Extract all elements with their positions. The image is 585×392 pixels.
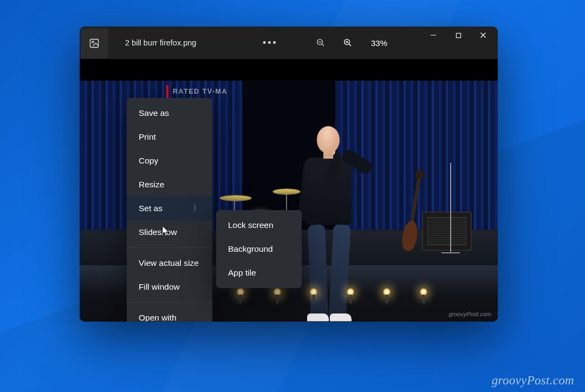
- maximize-button[interactable]: [446, 27, 471, 44]
- chevron-right-icon: 〉: [193, 204, 200, 213]
- zoom-out-button[interactable]: [315, 37, 327, 49]
- svg-line-3: [322, 44, 324, 46]
- file-name: 2 bill burr firefox.png: [125, 38, 196, 47]
- menu-item-view-actual-size[interactable]: View actual size: [127, 251, 212, 275]
- svg-line-6: [349, 44, 351, 46]
- zoom-level[interactable]: 33%: [371, 38, 387, 48]
- svg-point-1: [92, 41, 94, 43]
- menu-item-print[interactable]: Print: [127, 125, 212, 149]
- svg-rect-0: [90, 40, 99, 48]
- minimize-button[interactable]: [421, 27, 446, 44]
- context-menu: Save as Print Copy Resize Set as 〉 Slide…: [127, 98, 212, 322]
- rating-label: RATED TV-MA: [173, 88, 227, 95]
- submenu-item-background[interactable]: Background: [216, 237, 302, 261]
- menu-item-fill-window[interactable]: Fill window: [127, 275, 212, 299]
- photos-app-window: 2 bill burr firefox.png ••• 33%: [80, 27, 498, 322]
- window-controls: [421, 27, 496, 44]
- site-watermark: groovyPost.com: [492, 374, 574, 388]
- app-icon[interactable]: [81, 28, 108, 58]
- menu-separator: [127, 302, 212, 303]
- submenu-item-app-tile[interactable]: App tile: [216, 261, 302, 285]
- context-submenu-set-as: Lock screen Background App tile: [216, 210, 302, 288]
- mouse-cursor-icon: [162, 225, 170, 239]
- submenu-item-lock-screen[interactable]: Lock screen: [216, 213, 302, 237]
- menu-separator: [127, 247, 212, 248]
- menu-item-resize[interactable]: Resize: [127, 173, 212, 197]
- more-button[interactable]: •••: [263, 37, 278, 49]
- zoom-in-button[interactable]: [342, 37, 354, 49]
- menu-item-set-as[interactable]: Set as 〉: [127, 197, 212, 220]
- menu-item-copy[interactable]: Copy: [127, 149, 212, 173]
- menu-item-save-as[interactable]: Save as: [127, 101, 212, 125]
- content-rating-badge: RATED TV-MA: [166, 85, 227, 98]
- svg-rect-10: [456, 33, 460, 37]
- titlebar: 2 bill burr firefox.png ••• 33%: [80, 27, 498, 59]
- menu-item-open-with[interactable]: Open with: [127, 306, 212, 322]
- zoom-controls: 33%: [315, 37, 387, 49]
- image-watermark: groovyPost.com: [448, 311, 491, 317]
- close-button[interactable]: [471, 27, 496, 44]
